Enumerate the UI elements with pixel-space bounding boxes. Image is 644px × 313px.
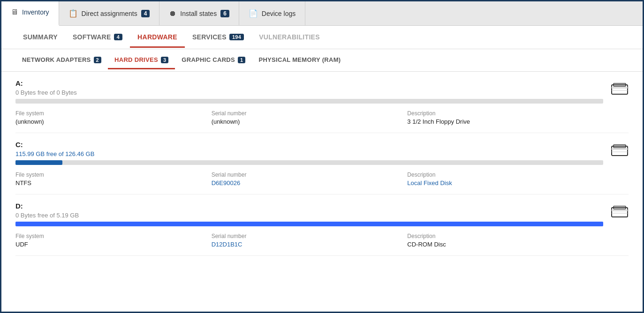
circle-icon: ⏺ <box>169 9 176 18</box>
description-label: Description <box>407 110 603 117</box>
tab-direct-assignments[interactable]: 📋 Direct assignments 4 <box>59 1 160 25</box>
filesystem-col: File system NTFS <box>15 171 212 186</box>
software-badge: 4 <box>114 34 122 40</box>
filesystem-label: File system <box>15 233 212 239</box>
drive-name: C: <box>15 141 603 149</box>
serial-value[interactable]: D12D1B1C <box>212 241 408 248</box>
drive-details: File system UDF Serial number D12D1B1C D… <box>15 233 603 248</box>
serial-col: Serial number (unknown) <box>212 110 408 125</box>
serial-col: Serial number D12D1B1C <box>212 233 408 248</box>
subtab-summary[interactable]: SUMMARY <box>15 28 65 48</box>
progress-bar-background <box>15 222 603 226</box>
hwtab-physical-memory[interactable]: PHYSICAL MEMORY (RAM) <box>252 52 347 69</box>
progress-bar-fill <box>15 222 603 226</box>
drive-left: C: 115.99 GB free of 126.46 GB File syst… <box>15 141 603 186</box>
serial-value[interactable]: D6E90026 <box>212 179 408 186</box>
description-col: Description Local Fixed Disk <box>407 171 603 186</box>
drive-item-drive-d: D: 0 Bytes free of 5.19 GB File system U… <box>15 194 629 256</box>
filesystem-col: File system UDF <box>15 233 212 248</box>
tab-device-logs-label: Device logs <box>262 10 295 17</box>
hwtab-physical-memory-label: PHYSICAL MEMORY (RAM) <box>258 56 341 63</box>
hard-drives-badge: 3 <box>161 57 168 63</box>
monitor-icon: 🖥 <box>11 8 18 16</box>
subtab-software-label: SOFTWARE <box>73 33 111 41</box>
document-icon: 📄 <box>249 9 258 18</box>
drive-free-space: 0 Bytes free of 0 Bytes <box>15 89 603 96</box>
network-adapters-badge: 2 <box>94 57 101 63</box>
graphic-cards-badge: 1 <box>238 57 245 63</box>
drive-free-space: 0 Bytes free of 5.19 GB <box>15 212 603 219</box>
progress-bar-background <box>15 99 603 104</box>
clipboard-icon: 📋 <box>68 9 78 18</box>
hw-tab-bar: NETWORK ADAPTERS 2 HARD DRIVES 3 GRAPHIC… <box>1 49 643 72</box>
progress-bar-background <box>15 160 603 165</box>
install-states-badge: 6 <box>220 10 229 17</box>
tab-direct-assignments-label: Direct assignments <box>82 10 137 17</box>
hwtab-hard-drives[interactable]: HARD DRIVES 3 <box>108 52 175 69</box>
sub-tab-bar: SUMMARY SOFTWARE 4 HARDWARE SERVICES 194… <box>1 26 643 49</box>
filesystem-label: File system <box>15 171 212 178</box>
subtab-services[interactable]: SERVICES 194 <box>185 28 251 48</box>
drive-name: A: <box>15 79 603 87</box>
subtab-vulnerabilities: Vulnerabilities <box>251 28 327 48</box>
hwtab-graphic-cards[interactable]: GRAPHIC CARDS 1 <box>175 52 252 69</box>
description-value: Local Fixed Disk <box>407 179 603 186</box>
drive-header: A: 0 Bytes free of 0 Bytes File system (… <box>15 79 629 125</box>
drive-item-drive-a: A: 0 Bytes free of 0 Bytes File system (… <box>15 72 629 133</box>
direct-assignments-badge: 4 <box>141 10 150 17</box>
main-window: 🖥 Inventory 📋 Direct assignments 4 ⏺ Ins… <box>0 0 644 313</box>
hwtab-graphic-cards-label: GRAPHIC CARDS <box>182 56 235 63</box>
drive-free-space: 115.99 GB free of 126.46 GB <box>15 150 603 157</box>
hwtab-network-adapters[interactable]: NETWORK ADAPTERS 2 <box>15 52 108 69</box>
drive-icon <box>611 81 629 99</box>
subtab-services-label: SERVICES <box>192 33 227 41</box>
services-badge: 194 <box>229 34 244 40</box>
drive-left: A: 0 Bytes free of 0 Bytes File system (… <box>15 79 603 125</box>
filesystem-col: File system (unknown) <box>15 110 212 125</box>
drive-details: File system (unknown) Serial number (unk… <box>15 110 603 125</box>
drive-details: File system NTFS Serial number D6E90026 … <box>15 171 603 186</box>
serial-label: Serial number <box>212 233 408 239</box>
drive-header: D: 0 Bytes free of 5.19 GB File system U… <box>15 202 629 248</box>
filesystem-value: UDF <box>15 241 212 248</box>
hwtab-network-adapters-label: NETWORK ADAPTERS <box>22 56 91 63</box>
subtab-software[interactable]: SOFTWARE 4 <box>65 28 130 48</box>
filesystem-value: (unknown) <box>15 118 212 125</box>
drive-icon <box>611 142 629 161</box>
filesystem-value: NTFS <box>15 179 212 186</box>
subtab-hardware[interactable]: HARDWARE <box>130 28 185 48</box>
tab-device-logs[interactable]: 📄 Device logs <box>239 1 305 25</box>
description-label: Description <box>407 171 603 178</box>
tab-install-states[interactable]: ⏺ Install states 6 <box>159 1 239 25</box>
description-col: Description 3 1/2 Inch Floppy Drive <box>407 110 603 125</box>
subtab-summary-label: SUMMARY <box>23 33 58 41</box>
serial-label: Serial number <box>212 171 408 178</box>
description-value: 3 1/2 Inch Floppy Drive <box>407 118 603 125</box>
svg-rect-9 <box>612 209 628 211</box>
drive-name: D: <box>15 202 603 210</box>
subtab-vulnerabilities-label: Vulnerabilities <box>259 33 320 41</box>
description-label: Description <box>407 233 603 239</box>
serial-col: Serial number D6E90026 <box>212 171 408 186</box>
svg-rect-5 <box>612 148 628 150</box>
filesystem-label: File system <box>15 110 212 117</box>
tab-install-states-label: Install states <box>180 10 217 17</box>
hwtab-hard-drives-label: HARD DRIVES <box>114 56 158 63</box>
drive-item-drive-c: C: 115.99 GB free of 126.46 GB File syst… <box>15 133 629 194</box>
drive-icon <box>611 204 629 222</box>
serial-label: Serial number <box>212 110 408 117</box>
drives-content: A: 0 Bytes free of 0 Bytes File system (… <box>1 72 643 312</box>
description-col: Description CD-ROM Disc <box>407 233 603 248</box>
serial-value: (unknown) <box>212 118 408 125</box>
drive-header: C: 115.99 GB free of 126.46 GB File syst… <box>15 141 629 186</box>
subtab-hardware-label: HARDWARE <box>137 33 177 41</box>
description-value: CD-ROM Disc <box>407 241 603 248</box>
top-tab-bar: 🖥 Inventory 📋 Direct assignments 4 ⏺ Ins… <box>1 1 643 26</box>
progress-bar-fill <box>15 160 62 165</box>
tab-inventory-label: Inventory <box>22 8 49 16</box>
drive-left: D: 0 Bytes free of 5.19 GB File system U… <box>15 202 603 248</box>
tab-inventory[interactable]: 🖥 Inventory <box>1 1 59 26</box>
svg-rect-1 <box>612 87 628 89</box>
